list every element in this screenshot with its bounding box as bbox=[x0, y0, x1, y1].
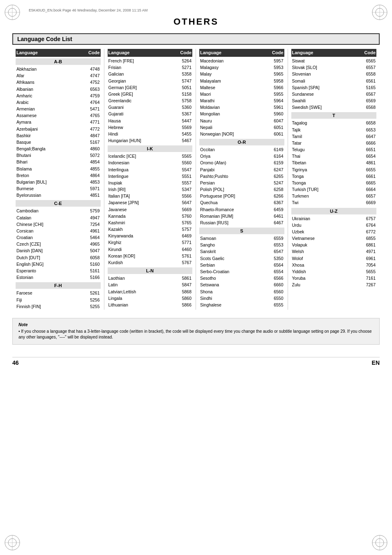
lang-name: Bhutani bbox=[16, 152, 83, 158]
table-row: Urdu6764 bbox=[291, 222, 377, 228]
table-row: Siswat6565 bbox=[291, 58, 377, 64]
lang-code: 6764 bbox=[359, 222, 376, 228]
table-row: Bengali;Bangla4860 bbox=[16, 145, 101, 152]
lang-code: 5960 bbox=[267, 111, 284, 117]
lang-name: Tamil bbox=[292, 134, 360, 139]
lang-name: Sanskrit bbox=[200, 249, 267, 254]
table-row: Kinyarwanda6469 bbox=[108, 233, 193, 239]
lang-code: 6460 bbox=[175, 246, 191, 252]
lang-code: 6568 bbox=[359, 104, 376, 110]
lang-code: 5264 bbox=[175, 58, 191, 64]
lang-code: 6647 bbox=[359, 134, 376, 139]
col-header-0: LanguageCode bbox=[16, 49, 101, 57]
lang-code: 6669 bbox=[359, 200, 376, 205]
lang-code: 4851 bbox=[83, 192, 100, 198]
section-title: Language Code List bbox=[12, 33, 380, 45]
lang-name: Tatar bbox=[292, 140, 360, 146]
table-row: Greek [GRE]5158 bbox=[108, 91, 193, 97]
lang-name: Aymara bbox=[16, 119, 83, 125]
table-row: Bashkir4847 bbox=[16, 132, 101, 139]
table-row: Zulu7267 bbox=[291, 281, 377, 288]
lang-code: 5255 bbox=[83, 304, 100, 309]
lang-name: Setswana bbox=[200, 282, 267, 288]
lang-code: 5765 bbox=[175, 220, 191, 226]
table-row: Kurdish5767 bbox=[108, 259, 193, 266]
lang-name: Hindi bbox=[108, 131, 175, 137]
lang-name: Kashmiri bbox=[108, 220, 175, 226]
lang-name: Esperanto bbox=[16, 268, 83, 274]
lang-code: 5964 bbox=[267, 98, 284, 104]
lang-name: Marathi bbox=[200, 98, 267, 104]
table-row: Quechua6367 bbox=[199, 199, 284, 206]
table-row: Swedish [SWE]6568 bbox=[291, 104, 377, 111]
lang-code: 4772 bbox=[83, 126, 100, 132]
lang-name: Singhalese bbox=[200, 302, 267, 308]
lang-code: 6560 bbox=[267, 289, 284, 295]
table-row: Galician5358 bbox=[108, 71, 193, 77]
table-row: Javanese5669 bbox=[108, 206, 193, 213]
lang-name: Tajik bbox=[292, 127, 360, 133]
table-row: Hebrew5569 bbox=[108, 124, 193, 131]
table-row: Tonga6661 bbox=[291, 173, 377, 180]
lang-name: Assamese bbox=[16, 113, 83, 118]
lang-code: 5861 bbox=[175, 275, 191, 281]
lang-code: 6855 bbox=[359, 235, 376, 241]
lang-name: Kannada bbox=[108, 213, 175, 219]
section-heading-0-1: C-E bbox=[16, 200, 101, 207]
lang-name: Turkish [TUR] bbox=[292, 187, 360, 192]
table-row: Tigrinya6655 bbox=[291, 166, 377, 173]
lang-code: 5957 bbox=[267, 58, 284, 64]
table-row: Lithuanian5866 bbox=[108, 302, 193, 308]
table-row: Hindi5455 bbox=[108, 131, 193, 137]
lang-code: 5759 bbox=[83, 208, 100, 214]
table-row: Kashmiri5765 bbox=[108, 219, 193, 226]
table-row: Dutch [DUT]6058 bbox=[16, 254, 101, 261]
page-header: OTHERS bbox=[12, 16, 380, 27]
lang-code: 5347 bbox=[175, 187, 191, 192]
lang-name: German [GER] bbox=[108, 85, 175, 90]
lang-name: Frisian bbox=[108, 64, 175, 70]
lang-code: 6266 bbox=[267, 193, 284, 199]
lang-name: Thai bbox=[292, 153, 360, 159]
section-heading-2-2: S bbox=[199, 228, 284, 234]
table-row: Czech [CZE]4965 bbox=[16, 241, 101, 247]
lang-name: Siswat bbox=[292, 58, 360, 64]
lang-name: Vietnamese bbox=[292, 235, 360, 241]
lang-name: Bengali;Bangla bbox=[16, 146, 83, 152]
col-code-header: Code bbox=[175, 50, 191, 55]
lang-code: 6550 bbox=[267, 295, 284, 301]
lang-code: 5958 bbox=[267, 78, 284, 84]
table-row: Latin5847 bbox=[108, 281, 193, 288]
lang-code: 5971 bbox=[83, 186, 100, 191]
table-row: Indonesian5560 bbox=[108, 159, 193, 166]
lang-name: Panjabi bbox=[200, 167, 267, 173]
table-row: Slovenian6558 bbox=[291, 71, 377, 77]
lang-name: Bislama bbox=[16, 166, 83, 172]
table-row: Aymara4771 bbox=[16, 119, 101, 125]
lang-code: 6265 bbox=[267, 173, 284, 179]
lang-code: 5747 bbox=[175, 78, 191, 84]
table-row: Welsh4971 bbox=[291, 248, 377, 255]
lang-name: Uzbek bbox=[292, 229, 360, 235]
lang-code: 6058 bbox=[83, 255, 100, 260]
lang-name: Latin bbox=[108, 282, 175, 288]
corner-decoration-bl bbox=[4, 534, 21, 551]
lang-name: Gujarati bbox=[108, 111, 175, 117]
lang-name: Chinese [CHI] bbox=[16, 221, 83, 227]
lang-name: Javanese bbox=[108, 207, 175, 212]
lang-name: Burmese bbox=[16, 186, 83, 191]
table-row: Albanian6563 bbox=[16, 86, 101, 92]
column-0: LanguageCodeA-BAbkhazian4748Afar4747Afri… bbox=[12, 49, 104, 310]
table-row: Korean [KOR]5761 bbox=[108, 253, 193, 259]
lang-code: 5560 bbox=[175, 160, 191, 166]
lang-code: 5261 bbox=[83, 290, 100, 296]
lang-name: Xhosa bbox=[292, 262, 360, 268]
lang-name: Oriya bbox=[200, 153, 267, 159]
lang-name: Norwegian [NOR] bbox=[200, 131, 267, 137]
lang-name: Greek [GRE] bbox=[108, 91, 175, 97]
lang-code: 5757 bbox=[175, 226, 191, 232]
lang-code: 5767 bbox=[175, 260, 191, 265]
lang-name: Hungarian [HUN] bbox=[108, 138, 175, 143]
lang-code: 6367 bbox=[267, 200, 284, 205]
lang-name: Breton bbox=[16, 173, 83, 178]
